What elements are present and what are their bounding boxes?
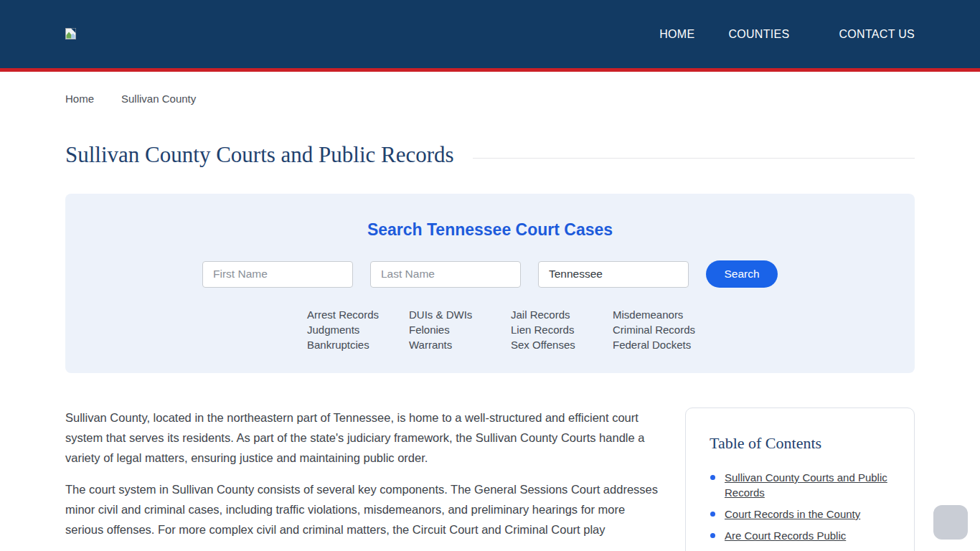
article-body: Sullivan County, located in the northeas… [65, 408, 661, 551]
record-link[interactable]: Felonies [409, 322, 511, 337]
breadcrumb-current: Sullivan County [121, 93, 196, 105]
record-link[interactable]: Warrants [409, 337, 511, 352]
record-link[interactable]: Sex Offenses [511, 337, 613, 352]
record-column-2: DUIs & DWIs Felonies Warrants [409, 307, 511, 352]
record-column-1: Arrest Records Judgments Bankruptcies [307, 307, 409, 352]
search-button[interactable]: Search [706, 260, 778, 288]
record-column-3: Jail Records Lien Records Sex Offenses [511, 307, 613, 352]
nav-item-contact-us[interactable]: CONTACT US [839, 28, 915, 41]
table-of-contents-card: Table of Contents Sullivan County Courts… [685, 408, 915, 551]
record-link[interactable]: Federal Dockets [613, 337, 715, 352]
toc-link-are-court-records-public[interactable]: Are Court Records Public [725, 529, 846, 542]
record-link[interactable]: Jail Records [511, 307, 613, 322]
nav-item-home[interactable]: HOME [659, 28, 694, 41]
record-link[interactable]: Criminal Records [613, 322, 715, 337]
record-link[interactable]: Bankruptcies [307, 337, 409, 352]
title-divider [473, 158, 915, 159]
scroll-top-button[interactable] [933, 505, 968, 540]
search-panel: Search Tennessee Court Cases Search Arre… [65, 194, 915, 373]
nav-item-counties[interactable]: COUNTIES [728, 28, 789, 41]
record-link[interactable]: Judgments [307, 322, 409, 337]
search-heading: Search Tennessee Court Cases [65, 220, 915, 240]
last-name-input[interactable] [370, 261, 521, 288]
article-paragraph: Sullivan County, located in the northeas… [65, 408, 661, 468]
record-column-4: Misdemeanors Criminal Records Federal Do… [613, 307, 715, 352]
record-link[interactable]: DUIs & DWIs [409, 307, 511, 322]
breadcrumb: Home Sullivan County [65, 93, 915, 105]
toc-item: Are Court Records Public [710, 528, 897, 543]
record-type-grid: Arrest Records Judgments Bankruptcies DU… [307, 307, 915, 352]
article-paragraph: The court system in Sullivan County cons… [65, 479, 661, 540]
state-input[interactable] [538, 261, 689, 288]
record-link[interactable]: Arrest Records [307, 307, 409, 322]
site-header: HOME COUNTIES CONTACT US [0, 0, 980, 72]
page-title: Sullivan County Courts and Public Record… [65, 142, 454, 168]
record-link[interactable]: Misdemeanors [613, 307, 715, 322]
main-content-row: Sullivan County, located in the northeas… [65, 408, 915, 551]
record-link[interactable]: Lien Records [511, 322, 613, 337]
search-form: Search [65, 260, 915, 288]
main-nav: HOME COUNTIES CONTACT US [659, 28, 915, 41]
title-row: Sullivan County Courts and Public Record… [65, 142, 915, 168]
toc-list: Sullivan County Courts and Public Record… [710, 470, 897, 543]
toc-item: Sullivan County Courts and Public Record… [710, 470, 897, 500]
toc-link-court-records-in-county[interactable]: Court Records in the County [725, 508, 860, 520]
toc-link-courts-and-public-records[interactable]: Sullivan County Courts and Public Record… [725, 471, 887, 499]
breadcrumb-home-link[interactable]: Home [65, 93, 94, 105]
toc-title: Table of Contents [710, 434, 897, 453]
toc-item: Court Records in the County [710, 507, 897, 522]
site-logo[interactable] [65, 28, 77, 40]
broken-image-icon [65, 28, 77, 40]
first-name-input[interactable] [202, 261, 353, 288]
